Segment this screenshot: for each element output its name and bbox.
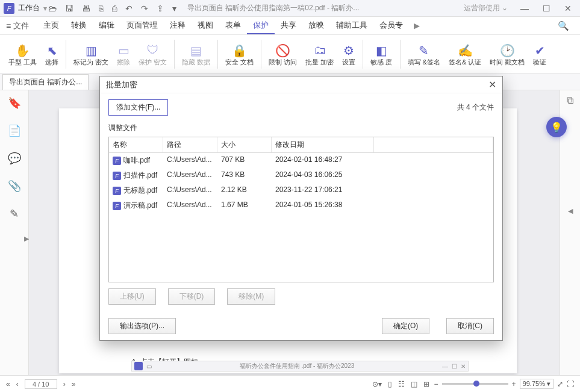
add-page-icon[interactable]: ⎙ [112, 4, 117, 13]
col-size[interactable]: 大小 [217, 137, 272, 152]
prev-page-button[interactable]: ‹ [16, 380, 19, 388]
print-icon[interactable]: 🖶 [82, 4, 90, 13]
security-button[interactable]: 🔒安全 文档 [222, 37, 257, 72]
table-row[interactable]: F演示稿.pdfC:\Users\Ad...1.67 MB2024-01-05 … [109, 198, 493, 213]
sign-cert-button[interactable]: ✍签名& 认证 [445, 37, 485, 72]
search-icon[interactable]: 🔍 [553, 20, 574, 31]
col-date[interactable]: 修改日期 [272, 137, 374, 152]
document-tab[interactable]: 导出页面自 福昕办公... [2, 74, 89, 90]
qat-more-icon[interactable]: ▾ [172, 4, 176, 13]
tab-5[interactable]: 视图 [192, 17, 219, 34]
comments-icon[interactable]: 💬 [8, 152, 21, 165]
minimize-button[interactable]: — [516, 4, 533, 13]
undo-icon[interactable]: ↶ [125, 4, 133, 13]
first-page-button[interactable]: « [6, 380, 10, 388]
hand-icon: ✋ [15, 43, 30, 58]
open-icon[interactable]: 🗁 [48, 4, 57, 13]
facing-continuous-icon[interactable]: ⊞ [423, 380, 429, 388]
single-page-icon[interactable]: ▯ [388, 380, 392, 388]
tab-4[interactable]: 注释 [164, 17, 192, 34]
facing-icon[interactable]: ◫ [411, 380, 417, 388]
app-logo: F [4, 3, 14, 14]
save-icon[interactable]: 🖫 [65, 4, 73, 13]
bookmark-icon[interactable]: 🔖 [8, 96, 21, 110]
output-options-button[interactable]: 输出选项(P)... [108, 318, 176, 334]
fullscreen-icon[interactable]: ⛶ [567, 380, 574, 388]
tab-7[interactable]: 保护 [247, 17, 275, 34]
thumb-logo [134, 362, 143, 370]
share-icon[interactable]: ⇪ [157, 4, 164, 13]
file-menu[interactable]: ≡文件 [6, 20, 29, 31]
hide-button[interactable]: ▤隐藏 数据 [178, 37, 214, 72]
workbench-dropdown-icon[interactable]: ▾ [43, 4, 47, 13]
fit-width-icon[interactable]: ⤢ [557, 380, 563, 388]
statusbar: « ‹ 4 / 10 › » ⊙▾ ▯ ☷ ◫ ⊞ − + 99.75% ▾ ⤢… [0, 375, 580, 392]
zoom-slider[interactable] [442, 383, 508, 385]
table-row[interactable]: F咖啡.pdfC:\Users\Ad...707 KB2024-02-01 16… [109, 153, 493, 168]
ok-button[interactable]: 确定(O) [382, 318, 429, 334]
left-sidebar: 🔖 📄 💬 📎 ✎ ▶ [0, 90, 29, 375]
sensitivity-button[interactable]: ◧敏感 度 [367, 37, 396, 72]
col-path[interactable]: 路径 [163, 137, 217, 152]
zoom-in-button[interactable]: + [512, 380, 516, 388]
right-panel-icon[interactable]: ⧉ [567, 95, 573, 106]
workbench-label[interactable]: 工作台 [18, 3, 40, 13]
next-page-button[interactable]: › [63, 380, 66, 388]
settings-button[interactable]: ⚙设置 [338, 37, 359, 72]
zoom-out-button[interactable]: − [434, 380, 438, 388]
tab-10[interactable]: 辅助工具 [330, 17, 373, 34]
collapse-right-icon[interactable]: ◀ [568, 207, 573, 215]
zoom-value[interactable]: 99.75% ▾ [520, 379, 553, 389]
tab-2[interactable]: 编辑 [93, 17, 120, 34]
page-input[interactable]: 4 / 10 [25, 379, 57, 389]
fill-sign-button[interactable]: ✎填写 &签名 [404, 37, 444, 72]
adjust-files-label: 调整文件 [108, 123, 494, 133]
hand-tool-button[interactable]: ✋手型 工具 [5, 37, 40, 72]
tab-3[interactable]: 页面管理 [120, 17, 164, 34]
continuous-icon[interactable]: ☷ [398, 380, 405, 388]
cancel-button[interactable]: 取消(C) [446, 318, 494, 334]
redo-icon[interactable]: ↷ [141, 4, 148, 13]
menu-overflow-icon[interactable]: ▶ [411, 21, 422, 30]
signature-panel-icon[interactable]: ✎ [10, 207, 19, 220]
check-icon: ✔ [535, 43, 545, 58]
tab-0[interactable]: 主页 [37, 17, 65, 34]
batch-encrypt-button[interactable]: 🗂批量 加密 [302, 37, 337, 72]
maximize-button[interactable]: ☐ [538, 4, 555, 13]
thumbnail-bar: ▭ 福昕办公套件使用指南 .pdf - 福昕办公2023 — ☐ ✕ [131, 361, 469, 372]
col-name[interactable]: 名称 [109, 137, 163, 152]
expand-left-icon[interactable]: ▶ [24, 235, 29, 243]
remove-button[interactable]: 移除(M) [227, 288, 275, 305]
restrict-button[interactable]: 🚫限制 访问 [265, 37, 301, 72]
table-row[interactable]: F无标题.pdfC:\Users\Ad...2.12 KB2023-11-22 … [109, 183, 493, 198]
move-down-button[interactable]: 下移(D) [168, 288, 216, 305]
protect-doc-button[interactable]: 🛡保护 密文 [135, 37, 170, 72]
pdf-file-icon: F [113, 172, 121, 180]
select-button[interactable]: ⬉选择 [42, 37, 62, 72]
verify-button[interactable]: ✔验证 [529, 37, 550, 72]
tab-8[interactable]: 共享 [275, 17, 302, 34]
close-window-button[interactable]: ✕ [560, 4, 576, 13]
tab-9[interactable]: 放映 [302, 17, 330, 34]
mark-redact-button[interactable]: ▥标记为 密文 [70, 37, 112, 72]
erase-button[interactable]: ▭擦除 [113, 37, 134, 72]
timestamp-button[interactable]: 🕑时间 戳文档 [486, 37, 528, 72]
add-files-button[interactable]: 添加文件(F)... [108, 99, 168, 116]
dialog-close-button[interactable]: ✕ [488, 79, 496, 90]
dept-label[interactable]: 运营部使用 ⌄ [464, 3, 508, 13]
help-bulb-button[interactable]: 💡 [546, 117, 567, 137]
tab-11[interactable]: 会员专 [373, 17, 409, 34]
table-row[interactable]: F扫描件.pdfC:\Users\Ad...743 KB2024-04-03 1… [109, 168, 493, 183]
attachment-icon[interactable]: 📎 [8, 179, 21, 193]
reflow-icon[interactable]: ⊙▾ [372, 380, 382, 388]
thumb-max-icon: ☐ [452, 363, 457, 370]
table-header: 名称 路径 大小 修改日期 [109, 137, 493, 153]
move-up-button[interactable]: 上移(U) [108, 288, 156, 305]
last-page-button[interactable]: » [72, 380, 76, 388]
pages-icon[interactable]: 📄 [8, 124, 21, 137]
zoom-controls: − + 99.75% ▾ ⤢ ⛶ [434, 379, 574, 389]
tab-6[interactable]: 表单 [219, 17, 247, 34]
hamburger-icon: ≡ [6, 21, 11, 31]
export-icon[interactable]: ⎘ [99, 4, 104, 13]
tab-1[interactable]: 转换 [65, 17, 93, 34]
